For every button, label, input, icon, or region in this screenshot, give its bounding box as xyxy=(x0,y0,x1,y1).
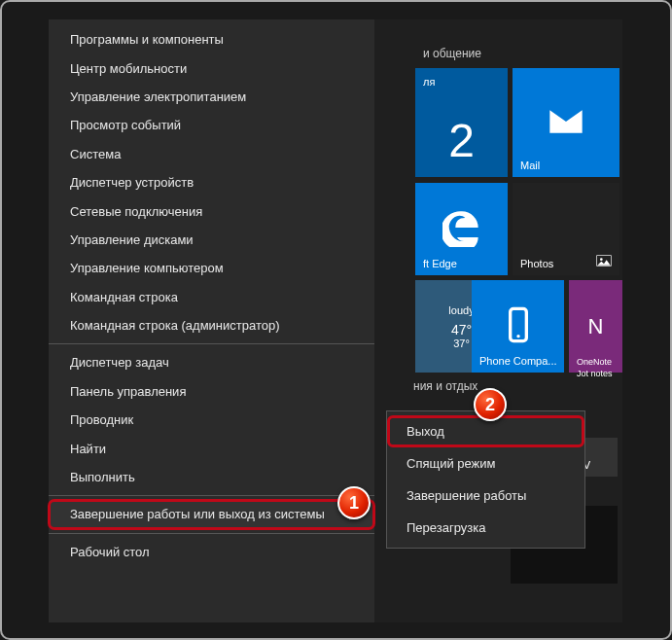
calendar-day: 2 xyxy=(448,114,475,167)
photos-label: Photos xyxy=(520,258,553,269)
winx-disk-management[interactable]: Управление дисками xyxy=(49,226,374,254)
phone-label: Phone Compa... xyxy=(479,355,557,367)
winx-system[interactable]: Система xyxy=(49,140,374,168)
calendar-month: ля xyxy=(423,76,435,88)
winx-programs-features[interactable]: Программы и компоненты xyxy=(49,25,374,53)
menu-label: Спящий режим xyxy=(407,456,496,471)
winx-shutdown-signout[interactable]: Завершение работы или выход из системы 〉 xyxy=(49,500,374,528)
menu-label: Завершение работы xyxy=(407,488,526,503)
winx-mobility-center[interactable]: Центр мобильности xyxy=(49,53,374,82)
menu-label: Диспетчер задач xyxy=(70,355,169,370)
annotation-marker-1: 1 xyxy=(337,486,371,519)
weather-cond: loudy xyxy=(448,304,474,316)
menu-label: Проводник xyxy=(70,412,133,427)
submenu-sleep[interactable]: Спящий режим xyxy=(387,447,584,480)
menu-label: Командная строка (администратор) xyxy=(70,318,280,333)
submenu-restart[interactable]: Перезагрузка xyxy=(387,512,584,544)
menu-label: Управление компьютером xyxy=(70,261,224,275)
menu-label: Управление дисками xyxy=(70,232,194,247)
submenu-shutdown[interactable]: Завершение работы xyxy=(387,480,584,512)
winx-event-viewer[interactable]: Просмотр событий xyxy=(49,111,374,139)
menu-separator xyxy=(49,533,374,534)
weather-hi: 47° xyxy=(451,322,472,338)
winx-cmd-admin[interactable]: Командная строка (администратор) xyxy=(49,311,374,339)
shutdown-submenu: Выход Спящий режим Завершение работы Пер… xyxy=(386,410,585,549)
edge-icon xyxy=(442,208,481,250)
winx-menu: Программы и компоненты Центр мобильности… xyxy=(49,19,374,622)
winx-network-connections[interactable]: Сетевые подключения xyxy=(49,196,374,225)
winx-power-options[interactable]: Управление электропитанием xyxy=(49,83,374,111)
winx-task-manager[interactable]: Диспетчер задач xyxy=(49,348,374,376)
menu-label: Найти xyxy=(70,442,106,456)
menu-label: Перезагрузка xyxy=(407,520,485,535)
winx-desktop[interactable]: Рабочий стол xyxy=(49,538,374,566)
svg-point-3 xyxy=(516,335,519,338)
tile-group-label-2: ния и отдых xyxy=(413,379,477,393)
menu-label: Центр мобильности xyxy=(70,61,187,76)
winx-device-manager[interactable]: Диспетчер устройств xyxy=(49,168,374,196)
phone-companion-tile[interactable]: Phone Compa... xyxy=(472,280,564,373)
menu-label: Диспетчер устройств xyxy=(70,175,194,190)
marker-num: 1 xyxy=(349,493,359,514)
winx-run[interactable]: Выполнить xyxy=(49,463,374,491)
weather-lo: 37° xyxy=(453,338,470,349)
menu-separator xyxy=(49,343,374,344)
edge-label: ft Edge xyxy=(423,258,457,269)
phone-icon xyxy=(499,305,538,347)
onenote-tile[interactable]: N OneNote Jot notes xyxy=(569,280,622,373)
mail-label: Mail xyxy=(520,160,540,171)
menu-label: Рабочий стол xyxy=(70,545,150,559)
menu-label: Программы и компоненты xyxy=(70,32,224,47)
menu-label: Выход xyxy=(407,424,444,439)
menu-label: Выполнить xyxy=(70,470,135,484)
menu-label: Завершение работы или выход из системы xyxy=(70,507,325,521)
mail-tile[interactable]: Mail xyxy=(513,68,619,177)
menu-separator xyxy=(49,495,374,496)
winx-explorer[interactable]: Проводник xyxy=(49,406,374,434)
onenote-icon: N xyxy=(588,314,604,339)
menu-label: Сетевые подключения xyxy=(70,204,202,219)
menu-label: Командная строка xyxy=(70,290,178,304)
menu-label: Просмотр событий xyxy=(70,118,181,132)
mail-icon xyxy=(547,102,585,144)
menu-label: Система xyxy=(70,147,121,161)
winx-computer-management[interactable]: Управление компьютером xyxy=(49,254,374,282)
marker-num: 2 xyxy=(485,395,495,415)
onenote-label-b: Jot notes xyxy=(577,369,613,378)
onenote-label-a: OneNote xyxy=(577,357,612,367)
winx-search[interactable]: Найти xyxy=(49,434,374,462)
winx-control-panel[interactable]: Панель управления xyxy=(49,377,374,406)
annotation-marker-2: 2 xyxy=(474,388,507,421)
photos-icon xyxy=(596,255,612,269)
winx-cmd[interactable]: Командная строка xyxy=(49,283,374,311)
edge-tile[interactable]: ft Edge xyxy=(415,183,508,275)
menu-label: Панель управления xyxy=(70,384,186,399)
menu-label: Управление электропитанием xyxy=(70,89,246,104)
photos-tile[interactable]: Photos xyxy=(513,183,619,275)
svg-point-1 xyxy=(600,258,603,261)
tile-group-label: и общение xyxy=(423,47,481,60)
calendar-tile[interactable]: ля 2 xyxy=(415,68,508,177)
